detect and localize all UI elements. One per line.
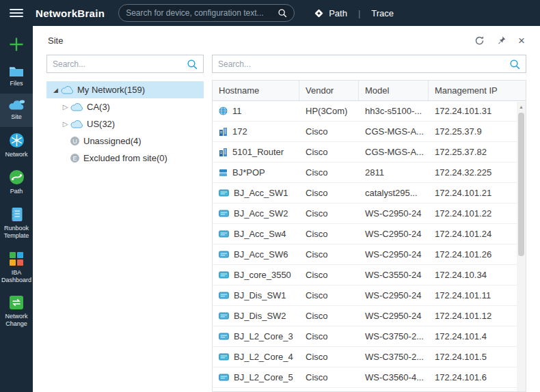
sidebar-item-network-change[interactable]: Network Change <box>0 290 33 334</box>
device-icon <box>219 210 229 217</box>
hostname: 5101_Router <box>232 147 284 157</box>
device-icon <box>219 271 229 279</box>
vendor: Cisco <box>299 306 359 326</box>
device-row[interactable]: BJ_L2_Core_3CiscoWS-C3750-2...172.24.101… <box>213 326 526 347</box>
model: WS-C2950-24 <box>359 306 429 326</box>
tree-item[interactable]: ▷CA(3) <box>46 98 204 115</box>
device-row[interactable]: BJ_L2_Core_4CiscoWS-C3750-2...172.24.101… <box>213 347 526 367</box>
sidebar-item-label: Files <box>10 80 23 87</box>
scroll-up-icon[interactable]: ▲ <box>517 102 526 111</box>
refresh-icon[interactable] <box>474 36 485 46</box>
sidebar-item-runbook-template[interactable]: Runbook Template <box>0 201 33 246</box>
device-icon <box>219 127 228 136</box>
runbook-icon <box>10 207 23 222</box>
tree-item[interactable]: EExcluded from site(0) <box>46 150 204 167</box>
device-icon <box>219 333 229 340</box>
column-header[interactable]: Hostname <box>213 81 299 100</box>
device-row[interactable]: BJ_Dis_SW1CiscoWS-C2950-24172.24.101.11 <box>213 285 526 306</box>
letter-badge: U <box>70 137 79 145</box>
device-icon <box>219 230 229 238</box>
search-icon[interactable] <box>509 59 520 70</box>
sidebar-item-add[interactable] <box>0 29 33 60</box>
menu-icon[interactable] <box>10 7 23 19</box>
device-icon <box>219 148 228 156</box>
hostname: BJ_Acc_SW1 <box>234 188 288 198</box>
search-icon[interactable] <box>187 59 198 70</box>
sidebar-item-path[interactable]: Path <box>0 164 33 201</box>
sidebar: Files Site Network Path <box>0 26 33 392</box>
hostname: BJ_L2_Core_4 <box>234 352 293 362</box>
device-row[interactable]: BJ_Acc_SW2CiscoWS-C2950-24172.24.101.22 <box>213 204 526 224</box>
sidebar-item-label: Network <box>5 151 27 158</box>
device-row[interactable]: BJ_L2_Core_5CiscoWS-C3560-4...172.24.101… <box>213 367 526 388</box>
tree-expanded-icon[interactable]: ◢ <box>51 87 61 94</box>
tree-collapsed-icon[interactable]: ▷ <box>60 120 70 128</box>
device-icon <box>219 107 228 115</box>
sidebar-item-iba-dashboard[interactable]: IBA Dashboard <box>0 246 33 290</box>
management-ip: 172.24.101.5 <box>429 347 526 367</box>
device-search-input[interactable] <box>218 59 509 69</box>
vertical-scrollbar[interactable]: ▲ <box>517 102 526 391</box>
folder-icon <box>9 66 24 77</box>
device-row[interactable]: BJ_Acc_SW1Ciscocatalyst295...172.24.101.… <box>213 183 526 204</box>
device-row[interactable]: BJ_core_3550CiscoWS-C3550-24172.24.10.34 <box>213 265 526 285</box>
tree-search-input[interactable] <box>53 59 187 69</box>
management-ip: 172.24.101.6 <box>429 367 526 387</box>
device-row[interactable]: BJ_Acc_SW6CiscoWS-C2950-24172.24.101.26 <box>213 244 526 265</box>
model: 2811 <box>359 163 429 182</box>
sidebar-item-site[interactable]: Site <box>0 94 33 127</box>
app-logo: NetworkBrain <box>36 8 105 19</box>
column-header[interactable]: Model <box>359 81 429 100</box>
cloud-icon <box>70 103 83 111</box>
tree-collapsed-icon[interactable]: ▷ <box>60 103 70 111</box>
scrollbar-thumb[interactable] <box>518 113 524 256</box>
vendor: Cisco <box>299 285 359 305</box>
vendor: Cisco <box>299 244 359 264</box>
tree-search[interactable] <box>46 55 204 73</box>
management-ip: 172.25.37.9 <box>429 122 526 141</box>
hostname: BJ_L2_Core_5 <box>234 372 293 382</box>
hostname: BJ_L2_Core_3 <box>234 331 293 341</box>
vendor: Cisco <box>299 142 359 162</box>
panel-title: Site <box>48 36 63 46</box>
management-ip: 172.24.101.21 <box>429 183 526 203</box>
cloud-icon <box>61 86 73 94</box>
sidebar-item-network[interactable]: Network <box>0 127 33 165</box>
management-ip: 172.24.101.31 <box>429 101 526 121</box>
device-search[interactable] <box>212 55 526 73</box>
change-icon <box>9 295 24 310</box>
management-ip: 172.24.10.34 <box>429 265 526 285</box>
vendor: Cisco <box>299 183 359 203</box>
device-icon <box>219 189 229 197</box>
model: CGS-MGS-A... <box>359 142 429 162</box>
network-icon <box>9 132 25 148</box>
model: WS-C3560-4... <box>359 367 429 387</box>
app-root: NetworkBrain Path | Trace <box>0 0 540 392</box>
path-menu[interactable]: Path <box>314 8 347 18</box>
device-row[interactable]: BJ_Acc_Sw4CiscoWS-C2950-24172.24.101.24 <box>213 224 526 244</box>
letter-badge: E <box>70 154 79 163</box>
tree-item[interactable]: ◢My Network(159) <box>46 81 204 98</box>
plus-icon <box>9 37 24 52</box>
device-row[interactable]: 5101_RouterCiscoCGS-MGS-A...172.25.37.82 <box>213 142 526 163</box>
management-ip: 172.24.32.225 <box>429 163 526 182</box>
pin-icon[interactable] <box>497 36 506 45</box>
tree-item[interactable]: UUnassigned(4) <box>46 132 204 150</box>
device-row[interactable]: 172CiscoCGS-MGS-A...172.25.37.9 <box>213 122 526 142</box>
device-row[interactable]: BJ_Dis_SW2CiscoWS-C2950-24172.24.101.12 <box>213 306 526 326</box>
device-table-pane: HostnameVendorModelManagement IP 11HP(3C… <box>212 55 526 392</box>
device-row[interactable]: 11HP(3Com)hh3c-s5100-...172.24.101.31 <box>213 101 526 122</box>
column-header[interactable]: Vendor <box>299 81 359 100</box>
hostname: BJ_Acc_SW6 <box>234 249 288 260</box>
device-row[interactable]: BJ*POPCisco2811172.24.32.225 <box>213 163 526 183</box>
global-search[interactable] <box>118 4 295 22</box>
global-search-input[interactable] <box>126 8 278 18</box>
cloud-icon <box>70 120 83 128</box>
tree-item[interactable]: ▷US(32) <box>46 115 204 132</box>
column-header[interactable]: Management IP <box>429 81 526 100</box>
trace-menu[interactable]: Trace <box>371 8 394 18</box>
search-icon[interactable] <box>278 8 287 18</box>
vendor: HP(3Com) <box>299 101 359 121</box>
sidebar-item-files[interactable]: Files <box>0 60 33 94</box>
close-icon[interactable]: × <box>518 35 525 46</box>
